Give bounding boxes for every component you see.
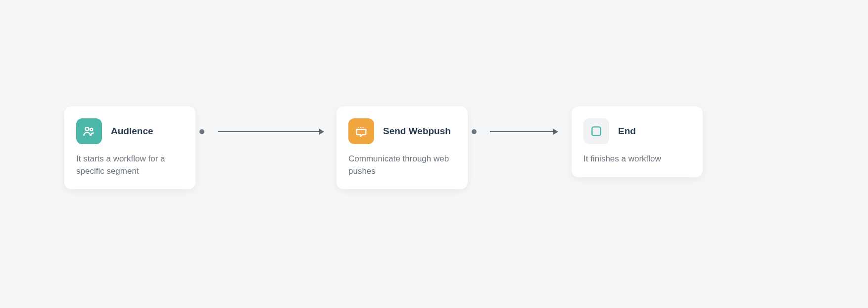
node-send-webpush[interactable]: Send Webpush Communicate through web pus… bbox=[337, 106, 468, 189]
connector-dot[interactable] bbox=[199, 129, 204, 134]
node-audience[interactable]: Audience It starts a workflow for a spec… bbox=[64, 106, 195, 189]
audience-icon bbox=[76, 118, 102, 144]
node-title: Send Webpush bbox=[383, 126, 451, 137]
node-end[interactable]: End It finishes a workflow bbox=[572, 106, 703, 177]
node-description: It starts a workflow for a specific segm… bbox=[76, 153, 184, 177]
svg-point-1 bbox=[90, 128, 93, 131]
node-title: End bbox=[618, 126, 636, 137]
node-header: Send Webpush bbox=[348, 118, 456, 144]
node-description: It finishes a workflow bbox=[583, 153, 691, 165]
arrow-connector bbox=[218, 129, 324, 135]
node-header: Audience bbox=[76, 118, 184, 144]
arrow-connector bbox=[490, 129, 558, 135]
svg-point-0 bbox=[85, 127, 89, 131]
svg-point-4 bbox=[362, 127, 363, 128]
connector-dot[interactable] bbox=[472, 129, 477, 134]
node-header: End bbox=[583, 118, 691, 144]
node-title: Audience bbox=[111, 126, 153, 137]
svg-point-3 bbox=[360, 127, 361, 128]
workflow-canvas: Audience It starts a workflow for a spec… bbox=[0, 0, 868, 308]
svg-rect-5 bbox=[592, 127, 600, 135]
end-icon bbox=[583, 118, 609, 144]
webpush-icon bbox=[348, 118, 374, 144]
node-description: Communicate through web pushes bbox=[348, 153, 456, 177]
svg-point-2 bbox=[358, 127, 359, 128]
